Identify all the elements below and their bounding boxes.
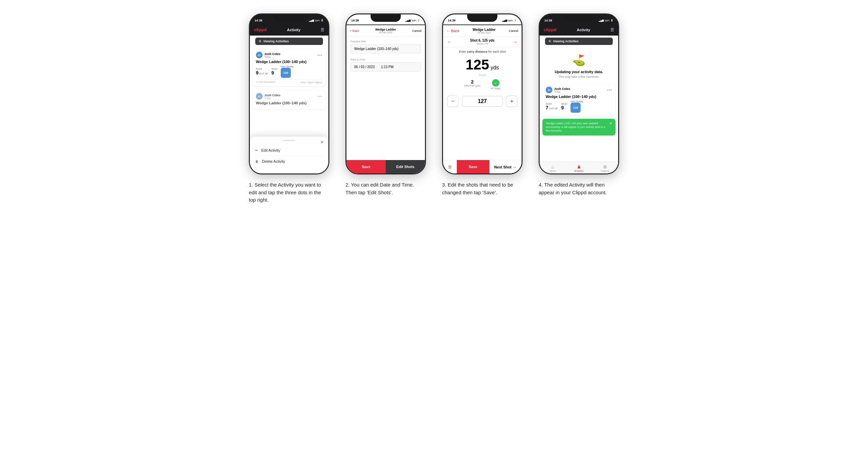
phone-col-2: 14:38 ▂▄▆ WiFi 🔋 < Back Wedge Ladder 06 … xyxy=(342,13,429,196)
activity-card-4[interactable]: JC Josh Coles Today ••• Wedge Ladder (10… xyxy=(542,84,615,116)
three-dots-4[interactable]: ••• xyxy=(607,88,612,92)
back-button-3[interactable]: ← Back xyxy=(446,29,460,33)
date-year: 2023 xyxy=(367,65,375,69)
shot-input[interactable]: 127 xyxy=(462,96,503,107)
score-label-4: Score xyxy=(546,103,558,105)
next-arrow[interactable]: → xyxy=(513,39,518,44)
hamburger-icon-4[interactable]: ☰ xyxy=(611,28,614,32)
caption-2: 2. You can edit Date and Time. Then tap … xyxy=(345,181,426,196)
edit-icon: ✏ xyxy=(255,149,258,152)
distance-unit: yds xyxy=(491,65,499,70)
score-value-1: 9 OUT OF xyxy=(256,70,268,75)
practice-title-input[interactable]: Wedge Ladder (100–140 yds) xyxy=(350,44,421,53)
form-section-2: Practice Title Wedge Ladder (100–140 yds… xyxy=(346,37,425,57)
viewing-icon-1: ⚙ xyxy=(258,39,261,43)
app-logo-1: clippd xyxy=(254,27,267,32)
back-button-2[interactable]: < Back xyxy=(350,29,359,33)
phone-col-3: 14:39 ▂▄▆ WiFi 🔋 ← Back Wedge Ladder 06 … xyxy=(439,13,526,196)
screen-1: ⚙ Viewing Activities JC Josh Coles Today xyxy=(250,36,328,174)
status-time-2: 14:38 xyxy=(351,19,359,22)
spacer xyxy=(540,137,618,162)
datetime-input[interactable]: 06 / 03 / 2023 1:13 PM xyxy=(350,62,421,71)
card-user-info-2: Josh Coles Today xyxy=(264,94,280,99)
outof-4: OUT OF xyxy=(549,107,558,110)
card-stats-1: Score 9 OUT OF Shots 9 Shot Quality xyxy=(256,65,322,78)
edit-activity-item[interactable]: ✏ Edit Activity xyxy=(255,145,323,156)
shot-btn-row: 🗑 Save Next Shot → xyxy=(443,160,522,174)
decrement-button[interactable]: − xyxy=(447,96,459,107)
delete-button-3[interactable]: 🗑 xyxy=(443,160,457,174)
tab-capture[interactable]: ⊕ Capture xyxy=(592,164,618,172)
save-button-2[interactable]: Save xyxy=(346,160,386,174)
three-dots-1[interactable]: ••• xyxy=(317,53,322,57)
tab-bar-4: ⌂ Home ♟ Activities ⊕ Capture xyxy=(540,162,618,174)
status-icons-4: ▂▄▆ WiFi 🔋 xyxy=(599,19,614,22)
three-dots-2[interactable]: ••• xyxy=(317,94,322,98)
shot-info-center: Shot 6, 125 yds Score 7/9 xyxy=(470,39,495,45)
viewing-bar-wrapper-1: ⚙ Viewing Activities xyxy=(250,36,328,47)
sq-block-1: Shot Quality 130 xyxy=(281,65,293,78)
viewing-icon-4: ⚙ xyxy=(548,39,551,43)
activities-icon: ♟ xyxy=(577,164,581,169)
signal-icon: ▂▄▆ xyxy=(309,19,314,22)
capture-label: Capture xyxy=(601,170,610,172)
updating-section: ⛳ Updating your activity data. This may … xyxy=(540,47,618,82)
score-block-1: Score 9 OUT OF xyxy=(256,68,268,75)
tab-activities[interactable]: ♟ Activities xyxy=(566,164,592,172)
card-user-4: JC Josh Coles Today xyxy=(546,87,570,93)
battery-icon-3: 🔋 xyxy=(514,19,517,22)
activity-card-2[interactable]: JC Josh Coles Today ••• Wedge Ladder (10… xyxy=(253,90,326,110)
shots-value-1: 9 xyxy=(271,70,277,75)
delete-activity-item[interactable]: 🗑 Delete Activity xyxy=(255,156,323,167)
carry-instruction: Enter carry distance for each shot xyxy=(443,50,522,53)
card-user-info-4: Josh Coles Today xyxy=(554,87,570,93)
toast-close-icon[interactable]: ✕ xyxy=(610,121,612,125)
card-footer-1: ① Test Information Data: Clippd Capture xyxy=(256,79,322,84)
cancel-button-3[interactable]: Cancel xyxy=(509,29,518,33)
caption-1: 1. Select the Activity you want to edit … xyxy=(249,181,329,204)
edit-btn-row: Save Edit Shots xyxy=(346,160,425,174)
close-icon-sheet[interactable]: ✕ xyxy=(320,140,324,145)
home-label: Home xyxy=(550,170,556,172)
footer-left-1: ① Test Information xyxy=(256,81,275,84)
shots-label-4: Shots xyxy=(561,103,567,105)
activity-card-1[interactable]: JC Josh Coles Today ••• Wedge Ladder (10… xyxy=(253,49,326,86)
prev-arrow[interactable]: ← xyxy=(447,39,452,44)
notch-4 xyxy=(564,14,594,22)
activities-label: Activities xyxy=(574,170,584,172)
status-icons-2: ▂▄▆ WiFi 🔋 xyxy=(405,19,420,22)
user-name-1: Josh Coles xyxy=(264,52,280,56)
screen-3: ← Back Wedge Ladder 06 Mar 2023 Cancel ←… xyxy=(443,25,522,174)
battery-icon-2: 🔋 xyxy=(417,19,420,22)
phone-1: 14:38 ▂▄▆ WiFi 🔋 clippd Activity ☰ ⚙ xyxy=(249,13,329,175)
signal-icon-2: ▂▄▆ xyxy=(405,19,410,22)
increment-button[interactable]: + xyxy=(506,96,518,107)
golf-flag-icon: ⛳ xyxy=(572,54,586,66)
edit-shots-button[interactable]: Edit Shots xyxy=(386,160,425,174)
viewing-bar-wrapper-4: ⚙ Viewing Activities xyxy=(540,36,618,47)
avatar-2: JC xyxy=(256,93,262,100)
phone-4: 14:38 ▂▄▆ WiFi 🔋 clippd Activity ☰ ⚙ Vi xyxy=(539,13,619,175)
edit-label: Edit Activity xyxy=(261,148,280,152)
status-time-4: 14:38 xyxy=(544,19,552,22)
save-button-3[interactable]: Save xyxy=(457,160,489,174)
hit-target-stat: ✓ Hit Target xyxy=(491,79,501,90)
sq-badge-1: 130 xyxy=(281,68,291,78)
bottom-sheet-1: ✕ ✏ Edit Activity 🗑 Delete Activity xyxy=(250,136,328,174)
hamburger-icon-1[interactable]: ☰ xyxy=(321,28,324,32)
next-shot-button[interactable]: Next Shot → xyxy=(489,160,522,174)
status-time-3: 14:39 xyxy=(448,19,456,22)
wifi-icon-3: WiFi xyxy=(508,20,513,22)
sq-block-4: Shot Quality 118 xyxy=(570,100,583,113)
shot-label: Shot 6, 125 yds xyxy=(470,39,495,42)
home-icon: ⌂ xyxy=(551,164,554,169)
card-user-2: JC Josh Coles Today xyxy=(256,93,280,100)
card-title-1: Wedge Ladder (100–140 yds) xyxy=(256,60,322,64)
phone-col-1: 14:38 ▂▄▆ WiFi 🔋 clippd Activity ☰ ⚙ xyxy=(246,13,333,204)
notch-3 xyxy=(467,14,497,22)
tab-home[interactable]: ⌂ Home xyxy=(540,164,566,172)
cancel-button-2[interactable]: Cancel xyxy=(412,29,422,33)
status-icons-1: ▂▄▆ WiFi 🔋 xyxy=(309,19,324,22)
phone-2: 14:38 ▂▄▆ WiFi 🔋 < Back Wedge Ladder 06 … xyxy=(345,13,426,175)
score-label-3: Score 7/9 xyxy=(470,42,495,45)
